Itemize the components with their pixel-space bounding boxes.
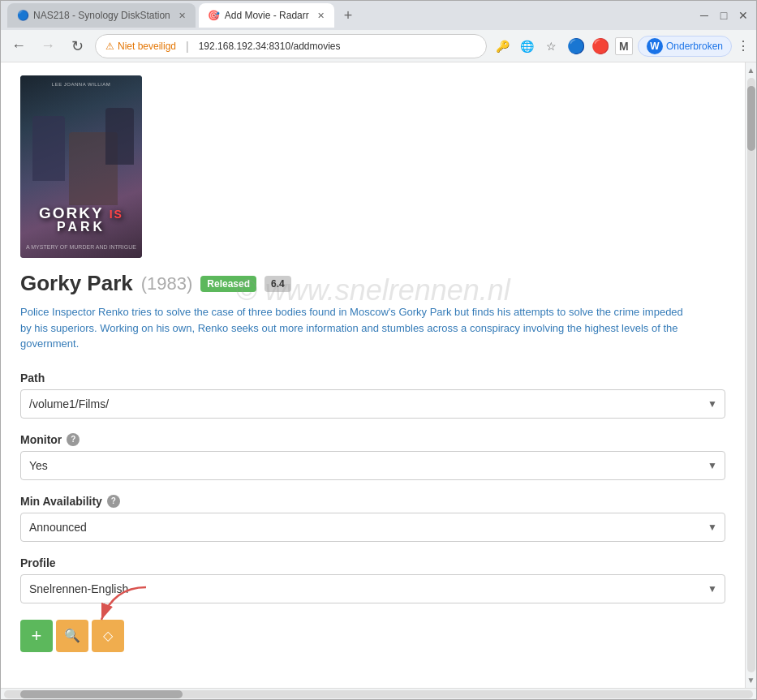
warning-icon: ⚠: [105, 41, 114, 52]
address-text: 192.168.192.34:8310/addmovies: [199, 41, 476, 52]
ext1-icon[interactable]: 🔵: [566, 37, 586, 56]
poster-subtitle-text: PARK: [20, 221, 142, 234]
page-area: LEE JOANNA WILLIAM GORKY IS PARK: [1, 62, 756, 688]
monitor-select[interactable]: Yes No: [20, 451, 725, 480]
scrollbar-track: [747, 78, 755, 672]
tab-nas218-icon: 🔵: [17, 10, 28, 21]
min-avail-label: Min Availability ?: [20, 495, 725, 508]
poster-title-text: GORKY: [39, 204, 103, 221]
path-label-text: Path: [20, 371, 45, 384]
monitor-label: Monitor ?: [20, 433, 725, 446]
add-icon: +: [32, 625, 42, 646]
tab-nas218[interactable]: 🔵 NAS218 - Synology DiskStation ✕: [7, 3, 196, 28]
nav-bar: ← → ↻ ⚠ Niet beveiligd | 192.168.192.34:…: [1, 30, 756, 62]
status-badge: Released: [200, 276, 256, 292]
min-avail-group: Min Availability ? Announced In Cinemas …: [20, 495, 725, 542]
scrollbar: ▲ ▼: [745, 62, 756, 688]
bottom-scrollbar: [1, 688, 756, 699]
tab-nas218-label: NAS218 - Synology DiskStation: [33, 10, 170, 21]
bottom-scrollbar-thumb[interactable]: [20, 690, 183, 698]
rating-badge: 6.4: [265, 276, 291, 292]
monitor-help-icon[interactable]: ?: [67, 433, 80, 446]
scrollbar-up-button[interactable]: ▲: [746, 64, 757, 76]
poster-inner: LEE JOANNA WILLIAM GORKY IS PARK: [20, 75, 142, 258]
more-menu-button[interactable]: ⋮: [737, 38, 750, 54]
monitor-group: Monitor ? Yes No ▼: [20, 433, 725, 480]
translate-icon[interactable]: 🌐: [518, 37, 537, 56]
browser-window: 🔵 NAS218 - Synology DiskStation ✕ 🎯 Add …: [0, 0, 757, 700]
bottom-scrollbar-track: [4, 690, 753, 698]
nav-separator: |: [186, 40, 189, 53]
new-tab-button[interactable]: +: [338, 7, 359, 24]
profile-badge[interactable]: W Onderbroken: [638, 36, 732, 57]
path-select[interactable]: /volume1/Films/: [20, 389, 725, 419]
movie-description: Police Inspector Renko tries to solve th…: [20, 304, 686, 352]
tab-radarr-close[interactable]: ✕: [317, 11, 325, 21]
maximize-button[interactable]: □: [717, 9, 730, 22]
gmail-icon[interactable]: M: [615, 37, 633, 55]
key-icon[interactable]: 🔑: [493, 37, 513, 56]
path-label: Path: [20, 371, 725, 384]
security-warning: ⚠ Niet beveiligd: [105, 41, 176, 52]
security-text: Niet beveiligd: [118, 41, 176, 52]
profile-label-text: Profile: [20, 556, 56, 569]
min-avail-help-icon[interactable]: ?: [107, 495, 120, 508]
profile-label: Profile: [20, 556, 725, 569]
movie-title: Gorky Park: [20, 271, 133, 296]
poster-actors: LEE JOANNA WILLIAM: [24, 82, 139, 87]
poster-title-area: GORKY IS PARK: [20, 205, 142, 234]
minimize-button[interactable]: ─: [698, 9, 711, 22]
bookmark-icon[interactable]: ☆: [542, 37, 561, 56]
forward-button[interactable]: →: [37, 35, 59, 58]
refresh-button[interactable]: ↻: [66, 35, 88, 58]
red-arrow-indicator: [65, 583, 162, 632]
poster-main-title: GORKY IS: [20, 205, 142, 221]
title-bar: 🔵 NAS218 - Synology DiskStation ✕ 🎯 Add …: [1, 1, 756, 30]
page-content: LEE JOANNA WILLIAM GORKY IS PARK: [1, 62, 745, 688]
ext2-icon[interactable]: 🔴: [591, 37, 610, 56]
monitor-select-wrapper: Yes No ▼: [20, 451, 725, 480]
movie-poster: LEE JOANNA WILLIAM GORKY IS PARK: [20, 75, 142, 258]
min-avail-select[interactable]: Announced In Cinemas Released: [20, 513, 725, 542]
form-section: Path /volume1/Films/ ▼ Monitor ?: [20, 371, 725, 652]
profile-initial: W: [647, 38, 663, 54]
window-controls: ─ □ ✕: [698, 9, 750, 22]
add-movie-button[interactable]: +: [20, 620, 53, 652]
scrollbar-thumb[interactable]: [747, 86, 755, 151]
path-select-wrapper: /volume1/Films/ ▼: [20, 389, 725, 419]
movie-title-row: Gorky Park (1983) Released 6.4: [20, 271, 725, 296]
action-buttons: + 🔍 ◇: [20, 620, 725, 652]
min-avail-select-wrapper: Announced In Cinemas Released ▼: [20, 513, 725, 542]
back-button[interactable]: ←: [7, 35, 30, 58]
tab-radarr-label: Add Movie - Radarr: [225, 10, 309, 21]
tab-radarr[interactable]: 🎯 Add Movie - Radarr ✕: [199, 3, 334, 28]
address-bar[interactable]: ⚠ Niet beveiligd | 192.168.192.34:8310/a…: [95, 34, 487, 58]
close-button[interactable]: ✕: [737, 9, 750, 22]
poster-park-icon: IS: [110, 208, 123, 221]
nav-icons: 🔑 🌐 ☆ 🔵 🔴 M W Onderbroken ⋮: [493, 36, 750, 57]
tab-nas218-close[interactable]: ✕: [178, 11, 186, 21]
path-group: Path /volume1/Films/ ▼: [20, 371, 725, 419]
monitor-label-text: Monitor: [20, 433, 62, 446]
poster-tagline: A MYSTERY OF MURDER AND INTRIGUE: [20, 244, 142, 250]
tab-radarr-icon: 🎯: [209, 10, 220, 21]
profile-label: Onderbroken: [666, 41, 723, 52]
movie-year: (1983): [141, 273, 193, 294]
min-avail-label-text: Min Availability: [20, 495, 102, 508]
scrollbar-down-button[interactable]: ▼: [746, 674, 757, 686]
